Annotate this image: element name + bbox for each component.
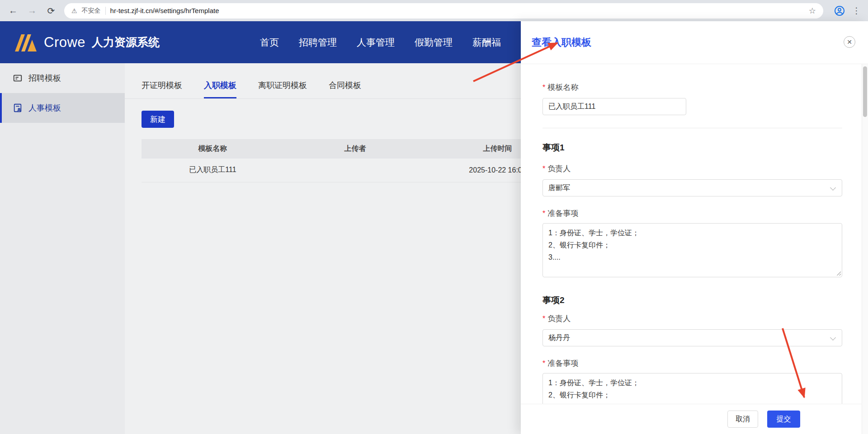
owner-select-value: 杨丹丹 (548, 333, 570, 343)
scrollbar-thumb[interactable] (863, 66, 867, 117)
owner-label-text: 负责人 (547, 163, 571, 174)
browser-toolbar: ← → ⟳ ⚠ 不安全 hr-test.zjf-it.cn/#/settings… (0, 0, 868, 21)
owner-label-2: * 负责人 (542, 313, 842, 324)
crowe-logo-icon (15, 33, 38, 52)
submit-button[interactable]: 提交 (767, 411, 800, 428)
address-bar[interactable]: ⚠ 不安全 hr-test.zjf-it.cn/#/settings/hrTem… (64, 3, 823, 19)
create-new-button[interactable]: 新建 (142, 111, 174, 128)
card-template-icon (13, 73, 23, 83)
prep-label-1: * 准备事项 (542, 208, 842, 219)
prep-label-2: * 准备事项 (542, 358, 842, 369)
sidebar-item-recruit-template[interactable]: 招聘模板 (0, 63, 125, 93)
table-row[interactable]: 已入职员工111 2025-10-22 16:05 (142, 159, 569, 182)
nav-item-recruit[interactable]: 招聘管理 (299, 36, 337, 49)
profile-avatar-icon[interactable] (834, 5, 845, 16)
drawer-title: 查看入职模板 (532, 36, 591, 49)
prep-label-text: 准备事项 (547, 358, 578, 369)
nav-item-home[interactable]: 首页 (260, 36, 279, 49)
drawer-header: 查看入职模板 ✕ (521, 21, 868, 64)
required-mark: * (542, 84, 545, 92)
tab-onboarding-template[interactable]: 入职模板 (204, 80, 236, 98)
omnibox-separator (105, 7, 106, 15)
brand-name: Crowe (44, 34, 85, 51)
tab-resignation-certificate-template[interactable]: 离职证明模板 (258, 80, 307, 98)
owner-select-1[interactable]: 唐郦军 (542, 179, 842, 196)
sidebar-item-label: 人事模板 (28, 103, 61, 113)
drawer-footer: 取消 提交 (521, 404, 862, 434)
drawer-scrollbar[interactable] (862, 64, 868, 434)
chevron-down-icon (830, 185, 836, 191)
owner-label-1: * 负责人 (542, 163, 842, 174)
template-name-label-text: 模板名称 (547, 82, 578, 93)
template-table: 模板名称 上传者 上传时间 已入职员工111 2025-10-22 16:05 (142, 139, 569, 182)
bookmark-star-icon[interactable]: ☆ (809, 6, 816, 16)
nav-item-attendance[interactable]: 假勤管理 (415, 36, 453, 49)
required-mark: * (542, 210, 545, 218)
chevron-down-icon (830, 335, 836, 341)
sidebar: 招聘模板 人事模板 (0, 63, 125, 434)
refresh-icon[interactable]: ⟳ (45, 5, 57, 16)
view-onboarding-template-drawer: 查看入职模板 ✕ * 模板名称 事项1 * 负责人 唐郦军 * 准备事项 1：身… (521, 21, 868, 434)
back-icon[interactable]: ← (7, 5, 19, 16)
column-template-name: 模板名称 (142, 139, 284, 159)
cell-template-name: 已入职员工111 (142, 159, 284, 182)
tab-open-certificate-template[interactable]: 开证明模板 (142, 80, 182, 98)
nav-item-hr[interactable]: 人事管理 (357, 36, 395, 49)
sidebar-item-hr-template[interactable]: 人事模板 (0, 93, 125, 123)
url-text: hr-test.zjf-it.cn/#/settings/hrTemplate (110, 7, 219, 14)
cell-uploader (284, 159, 426, 182)
person-document-icon (13, 103, 23, 113)
tab-contract-template[interactable]: 合同模板 (329, 80, 361, 98)
app-title: 人力资源系统 (92, 35, 160, 50)
forward-icon[interactable]: → (26, 5, 38, 16)
template-name-label: * 模板名称 (542, 82, 842, 93)
owner-select-value: 唐郦军 (548, 183, 570, 193)
owner-select-2[interactable]: 杨丹丹 (542, 329, 842, 346)
nav-item-payroll[interactable]: 薪酬福 (472, 36, 501, 49)
required-mark: * (542, 359, 545, 368)
top-nav: 首页 招聘管理 人事管理 假勤管理 薪酬福 (260, 21, 501, 63)
template-name-input[interactable] (542, 98, 686, 115)
prep-label-text: 准备事项 (547, 208, 578, 219)
section-divider (542, 128, 842, 128)
section-heading-1: 事项1 (542, 142, 842, 154)
browser-menu-icon[interactable]: ⋮ (852, 5, 861, 16)
not-secure-warning-icon: ⚠ (71, 7, 77, 14)
required-mark: * (542, 315, 545, 323)
section-heading-2: 事项2 (542, 294, 842, 306)
drawer-body: * 模板名称 事项1 * 负责人 唐郦军 * 准备事项 1：身份证、学士，学位证… (521, 64, 862, 434)
prep-textarea-1[interactable]: 1：身份证、学士，学位证； 2、银行卡复印件； 3.... (542, 223, 842, 277)
security-label: 不安全 (82, 7, 101, 15)
owner-label-text: 负责人 (547, 313, 571, 324)
prep-textarea-wrap-1: 1：身份证、学士，学位证； 2、银行卡复印件； 3.... (542, 223, 842, 277)
column-uploader: 上传者 (284, 139, 426, 159)
close-icon[interactable]: ✕ (844, 36, 855, 48)
required-mark: * (542, 165, 545, 173)
table-header-row: 模板名称 上传者 上传时间 (142, 139, 569, 159)
sidebar-item-label: 招聘模板 (28, 73, 61, 84)
cancel-button[interactable]: 取消 (727, 411, 758, 428)
